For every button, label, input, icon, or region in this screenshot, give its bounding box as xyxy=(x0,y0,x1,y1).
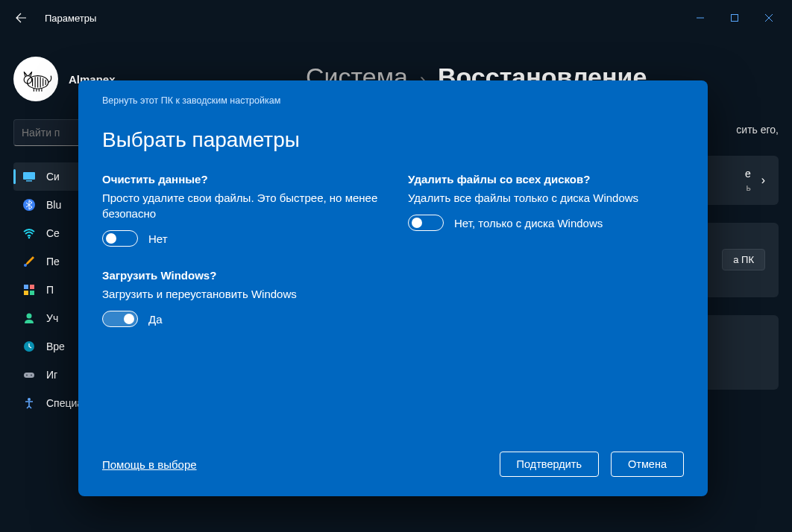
dialog-footer: Помощь в выборе Подтвердить Отмена xyxy=(102,452,684,477)
reset-dialog: Вернуть этот ПК к заводским настройкам В… xyxy=(78,80,708,496)
help-link[interactable]: Помощь в выборе xyxy=(102,458,197,471)
person-icon xyxy=(22,311,36,325)
bluetooth-icon xyxy=(22,198,36,212)
back-button[interactable] xyxy=(6,3,36,33)
option-all-drives: Удалить файлы со всех дисков? Удалить вс… xyxy=(408,173,684,231)
svg-rect-7 xyxy=(26,180,32,182)
option-description: Просто удалите свои файлы. Это быстрее, … xyxy=(102,190,378,221)
svg-rect-17 xyxy=(24,373,34,378)
avatar xyxy=(13,57,58,101)
svg-rect-11 xyxy=(24,285,28,289)
sidebar-item-label: Си xyxy=(46,171,60,183)
option-title: Удалить файлы со всех дисков? xyxy=(408,173,684,186)
confirm-button[interactable]: Подтвердить xyxy=(500,452,599,477)
option-description: Удалить все файлы только с диска Windows xyxy=(408,190,684,206)
brush-icon xyxy=(22,255,36,268)
close-icon xyxy=(764,13,773,22)
option-title: Загрузить Windows? xyxy=(102,269,378,282)
wifi-icon xyxy=(22,227,36,240)
svg-point-18 xyxy=(26,375,28,376)
sidebar-item-label: Blu xyxy=(46,199,61,211)
reset-pc-button-trail[interactable]: а ПК xyxy=(722,249,765,270)
minimize-button[interactable] xyxy=(683,6,717,30)
dialog-subheader: Вернуть этот ПК к заводским настройкам xyxy=(102,95,684,106)
svg-point-9 xyxy=(28,237,31,239)
titlebar-title: Параметры xyxy=(45,13,96,24)
sidebar-item-label: Пе xyxy=(46,256,60,267)
svg-rect-6 xyxy=(23,172,35,180)
minimize-icon xyxy=(696,13,705,22)
option-title: Очистить данные? xyxy=(102,173,378,186)
svg-rect-13 xyxy=(24,291,28,295)
titlebar: Параметры xyxy=(0,0,792,36)
apps-icon xyxy=(22,283,36,297)
option-clean-data: Очистить данные? Просто удалите свои фай… xyxy=(102,173,378,247)
sidebar-item-label: Иг xyxy=(46,369,57,381)
toggle-label: Нет xyxy=(148,232,168,245)
svg-rect-12 xyxy=(30,285,34,289)
svg-point-15 xyxy=(27,314,32,319)
svg-rect-1 xyxy=(732,15,738,22)
arrow-left-icon xyxy=(15,12,27,24)
sidebar-item-label: Вре xyxy=(46,341,65,352)
cat-icon xyxy=(19,63,52,95)
sidebar-item-label: Се xyxy=(46,227,60,239)
svg-rect-14 xyxy=(30,291,34,295)
window-controls xyxy=(683,6,786,30)
toggle-label: Да xyxy=(148,313,163,326)
accessibility-icon xyxy=(22,396,36,410)
sidebar-item-label: Уч xyxy=(46,312,58,324)
chevron-right-icon: › xyxy=(761,174,765,187)
toggle-download-windows[interactable] xyxy=(102,311,138,327)
svg-point-19 xyxy=(31,375,32,376)
close-button[interactable] xyxy=(752,6,786,30)
maximize-button[interactable] xyxy=(717,6,752,30)
svg-point-20 xyxy=(28,398,31,401)
sidebar-item-label: П xyxy=(46,284,54,296)
dialog-title: Выбрать параметры xyxy=(102,128,684,152)
cancel-button[interactable]: Отмена xyxy=(611,452,684,477)
maximize-icon xyxy=(730,13,739,22)
toggle-clean-data[interactable] xyxy=(102,230,138,247)
clock-icon xyxy=(22,340,36,353)
svg-point-10 xyxy=(24,264,27,267)
toggle-label: Нет, только с диска Windows xyxy=(454,217,603,229)
toggle-all-drives[interactable] xyxy=(408,215,444,231)
option-description: Загрузить и переустановить Windows xyxy=(102,286,378,302)
system-icon xyxy=(22,170,36,183)
option-download-windows: Загрузить Windows? Загрузить и переустан… xyxy=(102,269,378,327)
gamepad-icon xyxy=(22,368,36,381)
